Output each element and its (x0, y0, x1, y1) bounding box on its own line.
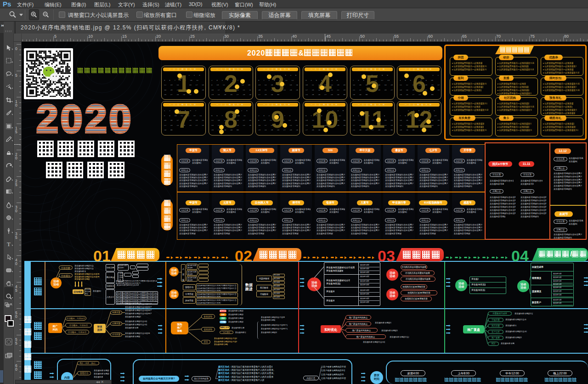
svg-text:T: T (7, 241, 11, 247)
